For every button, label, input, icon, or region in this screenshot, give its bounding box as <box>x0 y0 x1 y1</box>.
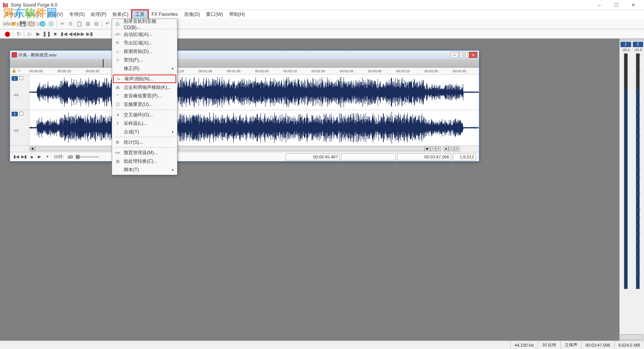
v-zoom-in-button[interactable]: + <box>454 146 460 151</box>
save-as-button[interactable]: 📋 <box>27 20 35 28</box>
dd-export-region[interactable]: ⇱导出区域(X)... <box>113 39 176 47</box>
dd-detect-clip[interactable]: ⌂探测剪辑(D)... <box>113 47 176 56</box>
go-start-button[interactable]: ▮◀ <box>60 30 68 38</box>
wave-close-button[interactable]: ✕ <box>469 52 477 58</box>
dd-label: 脚本(T) <box>124 167 139 173</box>
pause-button[interactable]: ❚❚ <box>43 30 51 38</box>
meter-tick: 66 <box>637 224 641 227</box>
publish-button[interactable]: 🌐 <box>39 20 46 28</box>
wave-title-bar[interactable]: 许嵩 - 断桥残雪.wav ─ ☐ ✕ <box>10 51 479 59</box>
meter-tick: 33 <box>637 134 641 138</box>
dd-repair[interactable]: 修正(R) <box>113 64 176 73</box>
anchor-icon[interactable]: ⊹ <box>17 68 20 73</box>
stop-button[interactable]: ■ <box>51 30 59 38</box>
go-end-button[interactable]: ▶▮ <box>20 154 27 160</box>
wave-minimize-button[interactable]: ─ <box>450 52 459 58</box>
minimize-button[interactable]: ─ <box>591 0 608 10</box>
menu-window[interactable]: 窗口(W) <box>203 10 226 19</box>
copy-button[interactable]: ⎘ <box>67 20 75 28</box>
cut-button[interactable]: ✂ <box>58 20 66 28</box>
open-button[interactable]: 📂 <box>10 20 18 28</box>
meter-ch1[interactable]: 1 <box>620 42 631 47</box>
dd-script[interactable]: 脚本(T) <box>113 165 176 174</box>
wave-maximize-button[interactable]: ☐ <box>460 52 468 58</box>
cd-button[interactable]: 💿 <box>47 20 55 28</box>
scrub-button[interactable]: ✦ <box>44 154 51 160</box>
window-title: Sony Sound Forge 9.0 <box>11 2 591 8</box>
dd-burn-cd[interactable]: 💿刻录音轨到音频 CD(B)... <box>113 20 176 28</box>
dd-click-remove[interactable]: ⁂点击和劈啪声移除(K)... <box>113 83 176 92</box>
play-button[interactable]: ▶ <box>34 30 42 38</box>
rate-slider[interactable] <box>76 156 99 158</box>
go-end-button[interactable]: ▶▮ <box>85 30 93 38</box>
menu-help[interactable]: 帮助(H) <box>226 10 248 19</box>
paste-button[interactable]: 📋 <box>75 20 83 28</box>
new-button[interactable]: 📄 <box>2 20 10 28</box>
dd-find[interactable]: ⊹查找(F)... <box>113 56 176 64</box>
meter-scroll[interactable] <box>620 334 643 340</box>
scroll-track[interactable] <box>35 146 425 151</box>
loop-button[interactable]: ↻ <box>15 30 22 38</box>
app-icon <box>2 2 9 8</box>
track-mute-toggle[interactable] <box>19 112 23 116</box>
track-number[interactable]: 2 <box>12 112 18 116</box>
total-time[interactable]: 00:03:47.096 <box>397 153 451 160</box>
lock-icon[interactable]: 🔒 <box>12 68 16 73</box>
wave-file-icon <box>12 52 17 58</box>
meter-scale: 3691215182124273033363942454851545760636… <box>634 53 641 289</box>
slider-thumb[interactable] <box>76 155 80 159</box>
zoom-out-button[interactable]: − <box>430 146 436 151</box>
dd-auto-region[interactable]: ⊣⊢自动区域(A)... <box>113 30 176 39</box>
dd-stats[interactable]: ⚙统计(S)... <box>113 138 176 146</box>
wave-title-text: 许嵩 - 断桥残雪.wav <box>19 52 450 58</box>
mix-button[interactable]: ⊞ <box>84 20 92 28</box>
v-zoom-out-button[interactable]: − <box>449 146 454 151</box>
menu-special[interactable]: 专用(S) <box>66 10 88 19</box>
selection-time[interactable] <box>341 153 395 160</box>
forward-button[interactable]: ▶▶ <box>77 30 85 38</box>
menu-effects[interactable]: 效果(C) <box>109 10 131 19</box>
rewind-button[interactable]: ◀◀ <box>68 30 76 38</box>
zoom-ratio[interactable]: 1:8,012 <box>453 153 476 160</box>
time-ruler[interactable]: 🔒 ⊹ 00:00:0000:00:1500:00:3000:00:4500:0… <box>10 68 479 75</box>
track-mute-toggle[interactable] <box>19 76 23 80</box>
ruler-tick: 00:01:30 <box>199 69 212 73</box>
menu-options[interactable]: 选项(O) <box>181 10 203 19</box>
toolbar-separator <box>13 31 13 37</box>
dd-preset-mgr[interactable]: PM预置管理器(M)... <box>113 148 176 157</box>
stop-button[interactable]: ■ <box>28 154 35 160</box>
dd-noise-reduce[interactable]: ∿噪声消除(N)... <box>113 75 176 83</box>
meter-ch2[interactable]: 2 <box>633 42 644 47</box>
record-button[interactable]: ⬤ <box>3 30 11 38</box>
dd-audio-reset[interactable]: ⓘ音频重置(U)... <box>113 100 176 109</box>
ruler-tick: 00:00:30 <box>86 69 99 73</box>
position-time[interactable]: 00:00:45.487 <box>286 153 340 160</box>
trim-button[interactable]: ⊟ <box>92 20 100 28</box>
scroll-right-button[interactable]: ▶ <box>425 146 430 151</box>
maximize-button[interactable]: ☐ <box>608 0 625 10</box>
play-button[interactable]: ▶ <box>36 154 43 160</box>
v-scroll-up-button[interactable]: ▲ <box>443 146 449 151</box>
go-start-button[interactable]: ▮◀ <box>13 154 20 160</box>
waveform-canvas-2[interactable] <box>29 110 479 145</box>
audio-icon: ⓘ <box>114 101 121 107</box>
menu-edit[interactable]: 编辑(E) <box>23 10 44 19</box>
dd-synth[interactable]: 合成(Y) <box>113 128 176 136</box>
menu-process[interactable]: 处理(P) <box>88 10 109 19</box>
dd-sampler[interactable]: ⦀采样器(L)... <box>113 119 176 128</box>
scroll-left-button[interactable]: ◀ <box>29 146 35 151</box>
waveform-canvas-1[interactable] <box>29 75 479 110</box>
dd-peak-reset[interactable]: ⌃发音峰值重置(P)... <box>113 92 176 100</box>
save-button[interactable]: 💾 <box>19 20 27 28</box>
zoom-in-button[interactable]: + <box>436 146 441 151</box>
dd-crossfade[interactable]: ⤨交叉循环(O)... <box>113 111 176 119</box>
close-button[interactable]: ✕ <box>625 0 642 10</box>
track-number[interactable]: 1 <box>12 76 18 81</box>
play-all-button[interactable]: ▷ <box>26 30 34 38</box>
undo-button[interactable]: ↶ <box>104 20 111 28</box>
menu-file[interactable]: 文件(F) <box>2 10 23 19</box>
menu-view[interactable]: 视图(V) <box>44 10 66 19</box>
menu-fx-favorites[interactable]: FX Favorites <box>148 11 181 18</box>
dd-batch[interactable]: ⊞批处理转换(C)... <box>113 157 176 165</box>
wave-overview[interactable] <box>10 59 479 68</box>
